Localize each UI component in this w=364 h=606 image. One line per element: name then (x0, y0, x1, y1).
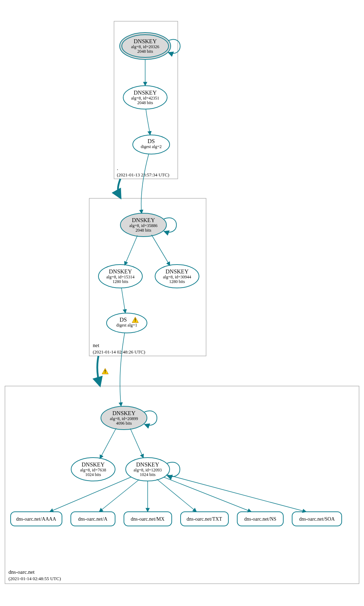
svg-text:dns-oarc.net/A: dns-oarc.net/A (78, 516, 108, 522)
zone-net-ts: (2021-01-14 02:48:26 UTC) (93, 349, 145, 355)
svg-text:DNSKEY: DNSKEY (113, 410, 136, 416)
node-root-ds: DS digest alg=2 (133, 135, 170, 154)
node-root-zsk: DNSKEY alg=8, id=42351 2048 bits (123, 86, 167, 109)
node-dnsoarc-zsk1: DNSKEY alg=8, id=7638 1024 bits (71, 458, 115, 481)
node-dnsoarc-zsk2: DNSKEY alg=8, id=12093 1024 bits (126, 458, 170, 481)
node-net-zsk2: DNSKEY alg=8, id=30944 1280 bits (155, 265, 199, 288)
rrset-mx: dns-oarc.net/MX (124, 512, 172, 526)
svg-text:digest alg=2: digest alg=2 (141, 144, 161, 149)
svg-text:2048 bits: 2048 bits (137, 100, 153, 105)
svg-text:1280 bits: 1280 bits (169, 279, 185, 284)
svg-text:1024 bits: 1024 bits (140, 472, 156, 477)
zone-dnsoarc-ts: (2021-01-14 02:48:55 UTC) (8, 576, 61, 581)
svg-text:DNSKEY: DNSKEY (132, 217, 155, 223)
svg-text:2048 bits: 2048 bits (137, 49, 153, 54)
rrset-soa: dns-oarc.net/SOA (292, 512, 342, 526)
node-net-ksk: DNSKEY alg=8, id=35886 2048 bits (120, 213, 166, 237)
edge-netzsk1-netds (121, 288, 125, 313)
dnssec-graph: . (2021-01-13 23:57:34 UTC) net (2021-01… (0, 0, 364, 606)
svg-text:4096 bits: 4096 bits (116, 421, 132, 426)
svg-text:1024 bits: 1024 bits (85, 472, 101, 477)
edge-netksk-netzsk2 (152, 235, 170, 266)
node-net-zsk1: DNSKEY alg=8, id=15314 1280 bits (98, 265, 142, 288)
svg-text:!: ! (135, 318, 136, 323)
svg-text:DS: DS (148, 138, 155, 144)
edge-doksk-dozsk2 (130, 429, 143, 458)
node-dnsoarc-ksk: DNSKEY alg=8, id=20899 4096 bits (101, 406, 147, 430)
svg-text:alg=8, id=15314: alg=8, id=15314 (106, 274, 135, 279)
edge-zsk2-txt (157, 479, 197, 512)
svg-text:!: ! (104, 369, 106, 374)
edge-doksk-dozsk1 (100, 428, 116, 459)
rrset-ns: dns-oarc.net/NS (237, 512, 283, 526)
edge-rootzsk-rootds (146, 109, 150, 135)
node-root-ksk: DNSKEY alg=8, id=20326 2048 bits (120, 33, 171, 60)
svg-text:DNSKEY: DNSKEY (109, 268, 132, 274)
edge-netksk-netzsk1 (125, 236, 137, 265)
svg-text:alg=8, id=42351: alg=8, id=42351 (131, 96, 159, 101)
rrset-a: dns-oarc.net/A (71, 512, 115, 526)
rrset-aaaa: dns-oarc.net/AAAA (11, 512, 62, 526)
zone-dnsoarc-box (5, 386, 359, 584)
zone-net-name: net (93, 342, 99, 348)
node-net-ds: DS digest alg=1 ! (107, 313, 147, 333)
svg-text:dns-oarc.net/NS: dns-oarc.net/NS (244, 516, 277, 522)
svg-text:DNSKEY: DNSKEY (166, 268, 189, 274)
svg-text:alg=8, id=20899: alg=8, id=20899 (110, 416, 138, 421)
svg-text:DNSKEY: DNSKEY (82, 461, 105, 468)
svg-text:digest alg=1: digest alg=1 (116, 323, 137, 328)
edge-zsk2-a (99, 480, 139, 512)
zone-root-name: . (117, 165, 118, 171)
svg-text:alg=8, id=20326: alg=8, id=20326 (131, 44, 159, 49)
svg-text:dns-oarc.net/SOA: dns-oarc.net/SOA (299, 516, 335, 522)
rrset-txt: dns-oarc.net/TXT (181, 512, 228, 526)
svg-text:alg=8, id=12093: alg=8, id=12093 (133, 468, 162, 472)
svg-text:dns-oarc.net/MX: dns-oarc.net/MX (131, 516, 164, 522)
svg-text:dns-oarc.net/AAAA: dns-oarc.net/AAAA (16, 516, 56, 522)
warning-icon: ! (102, 368, 108, 374)
svg-text:alg=8, id=35886: alg=8, id=35886 (129, 223, 158, 228)
svg-text:alg=8, id=7638: alg=8, id=7638 (80, 468, 106, 472)
svg-text:alg=8, id=30944: alg=8, id=30944 (163, 274, 191, 279)
svg-text:DNSKEY: DNSKEY (134, 90, 157, 96)
svg-text:2048 bits: 2048 bits (136, 228, 152, 233)
edge-root-to-net (118, 179, 120, 198)
zone-root-ts: (2021-01-13 23:57:34 UTC) (117, 172, 169, 177)
edge-netds-doksk (120, 333, 125, 406)
zone-dnsoarc-name: dns-oarc.net (8, 569, 35, 575)
svg-text:DNSKEY: DNSKEY (134, 38, 157, 44)
svg-text:dns-oarc.net/TXT: dns-oarc.net/TXT (187, 516, 222, 522)
svg-text:DS: DS (120, 317, 127, 323)
edge-zsk2-aaaa (50, 477, 131, 512)
edge-zsk2-soa (166, 475, 306, 512)
svg-text:1280 bits: 1280 bits (113, 279, 129, 284)
edge-rootds-netksk (141, 154, 149, 214)
edge-net-to-dnsoarc (97, 356, 100, 385)
svg-text:DNSKEY: DNSKEY (136, 461, 159, 468)
edge-zsk2-ns (164, 477, 251, 512)
